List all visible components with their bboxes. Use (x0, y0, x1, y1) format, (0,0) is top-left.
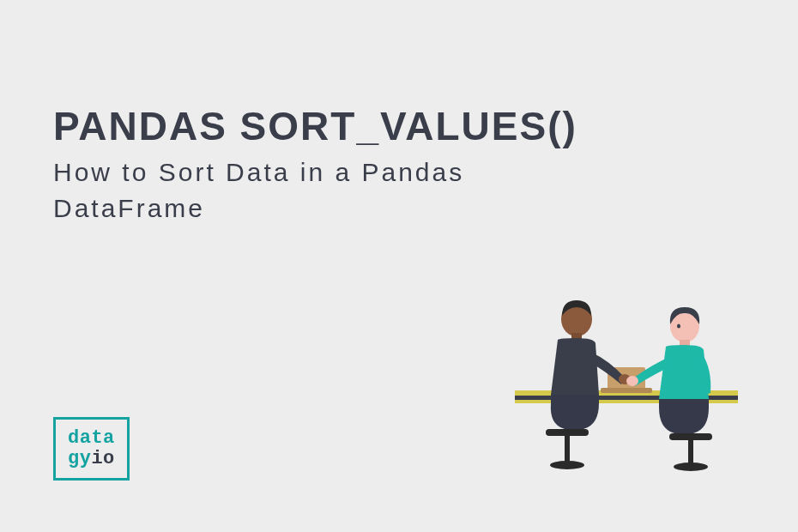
datagy-logo: data gyio (53, 417, 130, 481)
logo-io: io (91, 448, 114, 469)
person-right-hand (626, 376, 638, 386)
stool-left-base (550, 461, 584, 469)
logo-line2: gyio (68, 449, 115, 469)
stool-left-pole (565, 436, 570, 462)
page-title: pandas sort_values() (53, 103, 577, 149)
handshake-illustration (498, 275, 755, 481)
stool-right-pole (688, 440, 693, 464)
person-right-eye (677, 324, 680, 329)
stool-left-seat (546, 429, 589, 436)
stool-right-base (674, 462, 708, 471)
logo-line1: data (68, 428, 115, 449)
laptop-base (601, 388, 652, 393)
person-left-legs (551, 395, 599, 429)
stool-right-seat (669, 433, 712, 440)
person-left-torso (551, 338, 599, 395)
page-subtitle: How to Sort Data in a Pandas DataFrame (53, 154, 482, 227)
logo-gy: gy (68, 448, 91, 469)
person-right-legs (659, 399, 709, 433)
